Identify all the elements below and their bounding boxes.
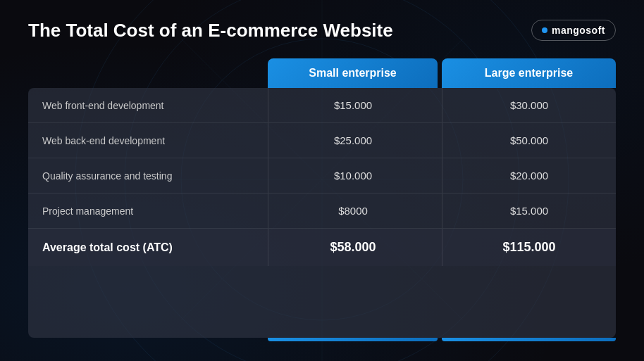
row-2-small-value: $25.000 (268, 123, 438, 158)
row-3-small-value: $10.000 (268, 158, 438, 193)
column-header-small: Small enterprise (268, 58, 438, 88)
table-footer (28, 338, 616, 341)
logo-dot (542, 27, 547, 33)
footer-bar-small (268, 338, 438, 341)
page-title: The Total Cost of an E-commerce Website (28, 20, 393, 42)
table-row: Quality assurance and testing $10.000 $2… (28, 158, 616, 194)
footer-empty (28, 338, 268, 341)
column-header-large: Large enterprise (442, 58, 616, 88)
row-1-small-value: $15.000 (268, 88, 438, 122)
table-header: Small enterprise Large enterprise (28, 58, 616, 88)
row-4-large-value: $15.000 (442, 194, 616, 228)
footer-bar-large (442, 338, 616, 341)
row-4-label: Project management (28, 194, 268, 228)
table-row: Project management $8000 $15.000 (28, 194, 616, 229)
pricing-table: Small enterprise Large enterprise Web fr… (28, 58, 616, 341)
row-3-large-value: $20.000 (442, 158, 616, 193)
total-row: Average total cost (ATC) $58.000 $115.00… (28, 229, 616, 266)
row-2-large-value: $50.000 (442, 123, 616, 158)
row-2-label: Web back-end development (28, 123, 268, 158)
row-1-label: Web front-end development (28, 88, 268, 122)
total-large-value: $115.000 (442, 229, 616, 266)
row-3-label: Quality assurance and testing (28, 158, 268, 193)
row-4-small-value: $8000 (268, 194, 438, 228)
total-small-value: $58.000 (268, 229, 438, 266)
logo: mangosoft (531, 20, 616, 41)
table-row: Web front-end development $15.000 $30.00… (28, 88, 616, 123)
header-empty-cell (28, 58, 268, 88)
table-body: Web front-end development $15.000 $30.00… (28, 88, 616, 338)
header: The Total Cost of an E-commerce Website … (28, 20, 616, 42)
table-row: Web back-end development $25.000 $50.000 (28, 123, 616, 158)
total-label: Average total cost (ATC) (28, 229, 268, 266)
row-1-large-value: $30.000 (442, 88, 616, 122)
logo-text: mangosoft (552, 25, 605, 36)
